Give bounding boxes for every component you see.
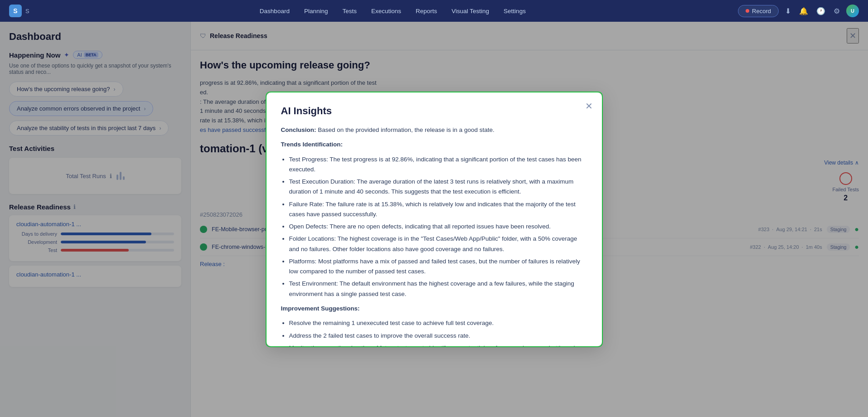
improvement-item-0: Resolve the remaining 1 unexecuted test …	[289, 318, 587, 328]
trends-list: Test Progress: The test progress is at 9…	[281, 155, 587, 299]
trend-item-1: Test Execution Duration: The average dur…	[289, 177, 587, 197]
modal-overlay[interactable]: AI Insights ✕ Conclusion: Based on the p…	[0, 22, 868, 417]
modal-body: Conclusion: Based on the provided inform…	[281, 125, 587, 346]
record-label: Record	[752, 8, 771, 15]
avatar[interactable]: U	[846, 5, 859, 17]
trend-item-0: Test Progress: The test progress is at 9…	[289, 155, 587, 175]
nav-executions[interactable]: Executions	[365, 5, 407, 17]
download-icon[interactable]: ⬇	[783, 5, 793, 17]
nav-tests[interactable]: Tests	[336, 5, 363, 17]
modal-close-button[interactable]: ✕	[585, 101, 593, 112]
trend-item-5: Platforms: Most platforms have a mix of …	[289, 257, 587, 277]
conclusion-paragraph: Conclusion: Based on the provided inform…	[281, 125, 587, 135]
improvements-list: Resolve the remaining 1 unexecuted test …	[281, 318, 587, 346]
nav-settings[interactable]: Settings	[497, 5, 532, 17]
improvement-item-1: Address the 2 failed test cases to impro…	[289, 331, 587, 341]
settings-icon[interactable]: ⚙	[832, 5, 842, 17]
top-navigation: S S Dashboard Planning Tests Executions …	[0, 0, 868, 22]
nav-actions: Record ⬇ 🔔 🕐 ⚙ U	[738, 5, 859, 17]
nav-visual-testing[interactable]: Visual Testing	[445, 5, 495, 17]
record-button[interactable]: Record	[738, 5, 779, 17]
trend-item-3: Open Defects: There are no open defects,…	[289, 222, 587, 232]
trend-item-6: Test Environment: The default environmen…	[289, 279, 587, 299]
history-icon[interactable]: 🕐	[815, 5, 827, 17]
trend-item-4: Folder Locations: The highest coverage i…	[289, 234, 587, 254]
logo[interactable]: S S	[9, 5, 29, 17]
ai-insights-modal: AI Insights ✕ Conclusion: Based on the p…	[267, 92, 602, 346]
conclusion-label: Conclusion:	[281, 126, 316, 133]
nav-planning[interactable]: Planning	[298, 5, 335, 17]
improvement-item-2: Monitor the execution duration of future…	[289, 343, 587, 346]
logo-text: S	[25, 8, 29, 15]
conclusion-text: Based on the provided information, the r…	[318, 126, 495, 133]
nav-reports[interactable]: Reports	[409, 5, 443, 17]
trends-label: Trends Identification:	[281, 140, 587, 150]
notification-icon[interactable]: 🔔	[797, 5, 810, 17]
modal-container: AI Insights ✕ Conclusion: Based on the p…	[266, 92, 603, 347]
modal-title: AI Insights	[281, 105, 587, 117]
record-dot-icon	[746, 9, 749, 13]
trend-item-2: Failure Rate: The failure rate is at 15.…	[289, 199, 587, 220]
main-layout: Dashboard Happening Now ✦ AI BETA Use on…	[0, 22, 868, 417]
nav-links: Dashboard Planning Tests Executions Repo…	[48, 5, 738, 17]
improvements-label: Improvement Suggestions:	[281, 304, 587, 314]
nav-dashboard[interactable]: Dashboard	[253, 5, 296, 17]
logo-icon: S	[9, 5, 22, 17]
